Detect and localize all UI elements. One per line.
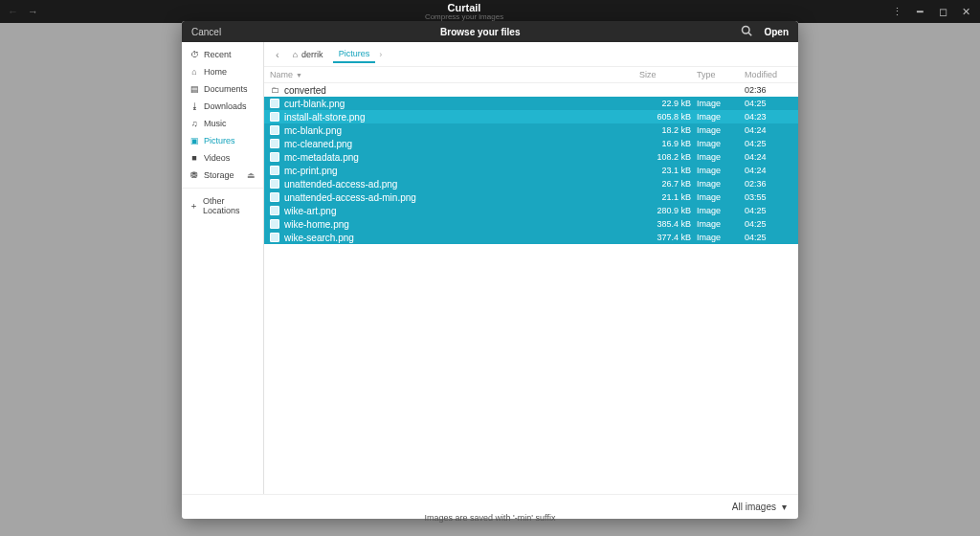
file-size: 377.4 kB — [639, 233, 697, 242]
file-modified: 04:25 — [745, 139, 792, 148]
sidebar-item-label: Home — [204, 67, 227, 77]
file-modified: 04:23 — [745, 112, 792, 122]
storage-icon: ⛃ — [189, 170, 199, 180]
column-size[interactable]: Size — [639, 70, 697, 79]
file-size: 16.9 kB — [639, 139, 697, 148]
column-modified[interactable]: Modified — [745, 70, 792, 79]
breadcrumb-current[interactable]: Pictures — [333, 46, 376, 63]
file-size: 21.1 kB — [639, 192, 697, 202]
music-icon: ♫ — [189, 119, 199, 128]
breadcrumb-back-icon[interactable]: ‹ — [272, 49, 283, 60]
column-name[interactable]: Name ▼ — [270, 70, 639, 79]
file-row[interactable]: install-alt-store.png605.8 kBImage04:23 — [264, 110, 798, 123]
file-list-pane: ‹ ⌂ derrik Pictures › Name ▼ Size Type M… — [264, 42, 798, 494]
sidebar-other-locations[interactable]: ＋ Other Locations — [182, 192, 263, 219]
chevron-right-icon: › — [379, 50, 382, 59]
file-size: 280.9 kB — [639, 206, 697, 215]
file-type: Image — [697, 125, 745, 135]
file-size: 108.2 kB — [639, 152, 697, 162]
sidebar-item-downloads[interactable]: ⭳Downloads — [182, 98, 263, 115]
file-row[interactable]: unattended-access-ad.png26.7 kBImage02:3… — [264, 177, 798, 190]
file-row[interactable]: mc-print.png23.1 kBImage04:24 — [264, 164, 798, 177]
file-row[interactable]: mc-cleaned.png16.9 kBImage04:25 — [264, 137, 798, 150]
file-row[interactable]: wike-art.png280.9 kBImage04:25 — [264, 204, 798, 217]
file-name: mc-blank.png — [284, 125, 342, 136]
sort-desc-icon: ▼ — [296, 72, 302, 78]
image-file-icon — [270, 125, 279, 135]
open-button[interactable]: Open — [764, 27, 789, 37]
file-name: converted — [284, 85, 326, 96]
file-name: unattended-access-ad.png — [284, 179, 397, 190]
image-file-icon — [270, 192, 279, 202]
file-size: 605.8 kB — [639, 112, 697, 122]
file-name: wike-art.png — [284, 206, 336, 216]
back-arrow-icon[interactable]: ← — [8, 6, 18, 17]
forward-arrow-icon[interactable]: → — [28, 6, 38, 17]
sidebar-separator — [182, 188, 263, 189]
sidebar-item-recent[interactable]: ⏱Recent — [182, 46, 263, 63]
eject-icon[interactable]: ⏏ — [247, 170, 256, 180]
file-row[interactable]: wike-search.png377.4 kBImage04:25 — [264, 231, 798, 244]
file-type: Image — [697, 219, 745, 229]
file-modified: 02:36 — [745, 85, 792, 95]
file-modified: 02:36 — [745, 179, 792, 189]
chevron-down-icon: ▾ — [782, 502, 787, 512]
sidebar-item-home[interactable]: ⌂Home — [182, 63, 263, 80]
file-modified: 04:25 — [745, 233, 792, 242]
documents-icon: ▤ — [189, 84, 199, 94]
image-file-icon — [270, 152, 279, 162]
places-sidebar: ⏱Recent⌂Home▤Documents⭳Downloads♫Music▣P… — [182, 42, 264, 494]
file-type: Image — [697, 206, 745, 215]
dialog-title: Browse your files — [221, 27, 739, 37]
file-modified: 04:25 — [745, 99, 792, 108]
sidebar-item-label: Music — [204, 119, 227, 128]
sidebar-item-storage[interactable]: ⛃Storage⏏ — [182, 167, 263, 184]
file-row[interactable]: wike-home.png385.4 kBImage04:25 — [264, 217, 798, 231]
file-size: 18.2 kB — [639, 125, 697, 135]
maximize-icon[interactable]: ◻ — [936, 5, 949, 18]
minimize-icon[interactable]: ━ — [913, 5, 926, 18]
file-type: Image — [697, 152, 745, 162]
app-header: ← → Curtail Compress your images ⋮ ━ ◻ ✕ — [0, 0, 980, 23]
sidebar-item-label: Recent — [204, 50, 232, 59]
plus-icon: ＋ — [189, 200, 198, 212]
image-file-icon — [270, 166, 279, 175]
app-title: Curtail — [448, 2, 481, 13]
file-name: wike-search.png — [284, 233, 354, 243]
filter-dropdown[interactable]: All images ▾ — [182, 494, 798, 519]
sidebar-item-documents[interactable]: ▤Documents — [182, 80, 263, 98]
file-type: Image — [697, 112, 745, 122]
sidebar-item-videos[interactable]: ■Videos — [182, 149, 263, 167]
downloads-icon: ⭳ — [189, 101, 199, 111]
file-modified: 04:25 — [745, 206, 792, 215]
file-name: curt-blank.png — [284, 99, 345, 109]
file-row[interactable]: mc-metadata.png108.2 kBImage04:24 — [264, 150, 798, 164]
file-name: mc-print.png — [284, 166, 338, 176]
sidebar-item-label: Pictures — [204, 136, 235, 145]
sidebar-item-label: Other Locations — [203, 196, 256, 215]
sidebar-item-music[interactable]: ♫Music — [182, 115, 263, 132]
recent-icon: ⏱ — [189, 50, 199, 59]
videos-icon: ■ — [189, 153, 199, 163]
menu-icon[interactable]: ⋮ — [890, 5, 903, 18]
sidebar-item-pictures[interactable]: ▣Pictures — [182, 132, 263, 149]
svg-line-1 — [749, 33, 752, 35]
cancel-button[interactable]: Cancel — [191, 27, 221, 37]
file-row[interactable]: unattended-access-ad-min.png21.1 kBImage… — [264, 190, 798, 204]
image-file-icon — [270, 219, 279, 229]
file-row[interactable]: curt-blank.png22.9 kBImage04:25 — [264, 97, 798, 110]
breadcrumb: ‹ ⌂ derrik Pictures › — [264, 42, 798, 67]
file-modified: 04:24 — [745, 152, 792, 162]
file-type: Image — [697, 99, 745, 108]
sidebar-item-label: Downloads — [204, 101, 247, 111]
close-icon[interactable]: ✕ — [959, 5, 972, 18]
file-row[interactable]: mc-blank.png18.2 kBImage04:24 — [264, 123, 798, 137]
dialog-header: Cancel Browse your files Open — [182, 21, 798, 42]
column-type[interactable]: Type — [697, 70, 745, 79]
search-icon[interactable] — [739, 25, 754, 38]
folder-row[interactable]: 🗀converted02:36 — [264, 83, 798, 97]
breadcrumb-home[interactable]: ⌂ derrik — [287, 47, 329, 62]
file-modified: 04:25 — [745, 219, 792, 229]
file-list: 🗀converted02:36curt-blank.png22.9 kBImag… — [264, 83, 798, 494]
file-modified: 03:55 — [745, 192, 792, 202]
